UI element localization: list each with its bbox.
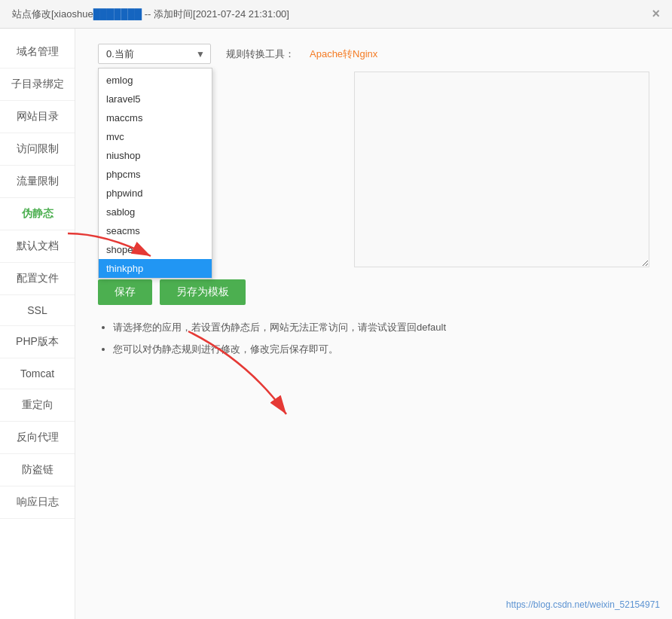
save-template-button[interactable]: 另存为模板 bbox=[160, 279, 246, 305]
dropdown-item-phpwind[interactable]: phpwind bbox=[99, 184, 212, 203]
rule-converter-label: 规则转换工具： bbox=[226, 47, 295, 61]
dropdown-scroll[interactable]: discuzx2discuzx3drupalecshopemloglaravel… bbox=[99, 68, 212, 278]
info-tip: 请选择您的应用，若设置伪静态后，网站无法正常访问，请尝试设置回default bbox=[113, 320, 649, 336]
content-area: 0.当前 ▼ discuzx2discuzx3drupalecshopemlog… bbox=[75, 29, 672, 619]
sidebar-item-hotlink[interactable]: 防盗链 bbox=[0, 454, 75, 486]
sidebar-item-subdir[interactable]: 子目录绑定 bbox=[0, 69, 75, 101]
dropdown-item-maccms[interactable]: maccms bbox=[99, 108, 212, 127]
dropdown-item-shopex[interactable]: shopex bbox=[99, 240, 212, 259]
dropdown-item-phpcms[interactable]: phpcms bbox=[99, 165, 212, 184]
dropdown-item-seacms[interactable]: seacms bbox=[99, 221, 212, 240]
sidebar-item-access[interactable]: 访问限制 bbox=[0, 133, 75, 166]
buttons-row: 保存 另存为模板 bbox=[98, 279, 649, 305]
dropdown-item-emlog[interactable]: emlog bbox=[99, 71, 212, 90]
dropdown-overlay: discuzx2discuzx3drupalecshopemloglaravel… bbox=[98, 68, 212, 279]
sidebar-item-ssl[interactable]: SSL bbox=[0, 295, 75, 326]
dropdown-item-sablog[interactable]: sablog bbox=[99, 203, 212, 221]
dropdown-item-thinkphp[interactable]: thinkphp bbox=[99, 259, 212, 278]
dropdown-item-laravel5[interactable]: laravel5 bbox=[99, 90, 212, 108]
title-suffix: -- 添加时间[2021-07-24 21:31:00] bbox=[142, 8, 289, 20]
rule-select[interactable]: 0.当前 bbox=[98, 44, 211, 64]
sidebar-item-domain[interactable]: 域名管理 bbox=[0, 36, 75, 69]
rule-textarea[interactable] bbox=[354, 72, 649, 267]
sidebar-item-php-version[interactable]: PHP版本 bbox=[0, 326, 75, 358]
sidebar-item-default-doc[interactable]: 默认文档 bbox=[0, 230, 75, 263]
top-controls: 0.当前 ▼ discuzx2discuzx3drupalecshopemlog… bbox=[98, 44, 649, 64]
sidebar-item-tomcat[interactable]: Tomcat bbox=[0, 358, 75, 389]
sidebar-item-response-log[interactable]: 响应日志 bbox=[0, 486, 75, 519]
dropdown-item-niushop[interactable]: niushop bbox=[99, 146, 212, 165]
sidebar: 域名管理子目录绑定网站目录访问限制流量限制伪静态默认文档配置文件SSLPHP版本… bbox=[0, 29, 75, 619]
save-button[interactable]: 保存 bbox=[98, 279, 152, 305]
page-title: 站点修改[xiaoshue███████ -- 添加时间[2021-07-24 … bbox=[12, 8, 289, 21]
info-tips: 请选择您的应用，若设置伪静态后，网站无法正常访问，请尝试设置回default您可… bbox=[98, 320, 649, 358]
info-tip: 您可以对伪静态规则进行修改，修改完后保存即可。 bbox=[113, 342, 649, 358]
rule-converter-link[interactable]: Apache转Nginx bbox=[310, 47, 377, 61]
sidebar-item-config-file[interactable]: 配置文件 bbox=[0, 263, 75, 295]
sidebar-item-traffic[interactable]: 流量限制 bbox=[0, 166, 75, 198]
sidebar-item-webroot[interactable]: 网站目录 bbox=[0, 101, 75, 133]
title-redacted: ███████ bbox=[93, 8, 142, 20]
main-layout: 域名管理子目录绑定网站目录访问限制流量限制伪静态默认文档配置文件SSLPHP版本… bbox=[0, 29, 672, 619]
close-button[interactable]: × bbox=[652, 6, 660, 22]
dropdown-item-mvc[interactable]: mvc bbox=[99, 127, 212, 146]
rule-select-wrapper: 0.当前 ▼ discuzx2discuzx3drupalecshopemlog… bbox=[98, 44, 211, 64]
top-bar: 站点修改[xiaoshue███████ -- 添加时间[2021-07-24 … bbox=[0, 0, 672, 29]
page-wrapper: 站点修改[xiaoshue███████ -- 添加时间[2021-07-24 … bbox=[0, 0, 672, 619]
control-row: 0.当前 ▼ discuzx2discuzx3drupalecshopemlog… bbox=[98, 44, 649, 267]
sidebar-item-pseudo-static[interactable]: 伪静态 bbox=[0, 198, 75, 230]
sidebar-item-reverse-proxy[interactable]: 反向代理 bbox=[0, 422, 75, 454]
title-text: 站点修改[xiaoshue bbox=[12, 8, 93, 20]
sidebar-item-redirect[interactable]: 重定向 bbox=[0, 389, 75, 422]
